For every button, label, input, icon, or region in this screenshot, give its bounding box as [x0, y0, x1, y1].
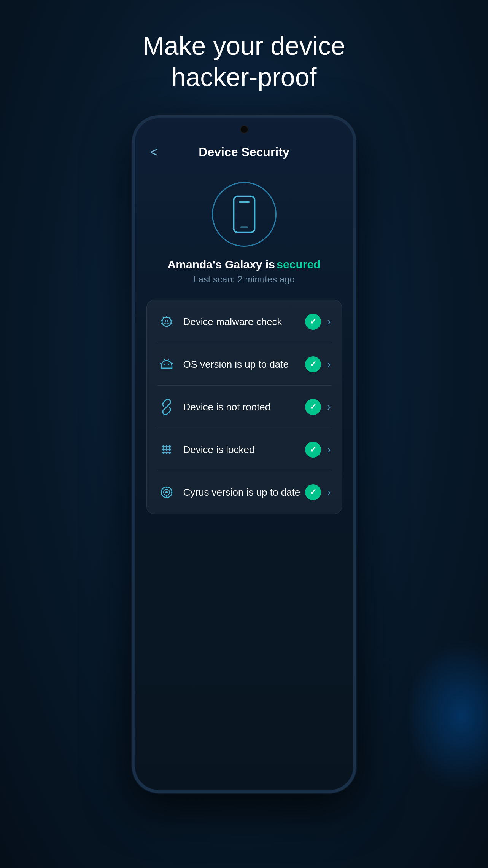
cyrus-check-status: ›: [305, 484, 331, 500]
svg-point-26: [168, 448, 171, 451]
svg-line-16: [168, 359, 169, 361]
svg-point-32: [165, 491, 168, 493]
background-decoration: [404, 640, 488, 792]
svg-line-6: [169, 317, 170, 318]
svg-point-23: [168, 445, 171, 448]
os-ok-icon: [305, 356, 321, 372]
malware-chevron[interactable]: ›: [327, 316, 331, 328]
svg-point-12: [167, 320, 168, 322]
svg-point-18: [168, 364, 169, 365]
check-lock[interactable]: Device is locked ›: [147, 428, 342, 471]
svg-line-10: [171, 323, 172, 324]
root-check-status: ›: [305, 399, 331, 415]
svg-point-24: [162, 448, 165, 451]
phone-mockup: < Device Security Amanda's Galaxy is se: [132, 115, 356, 793]
grid-icon: [157, 440, 176, 459]
device-icon-section: [135, 182, 353, 247]
last-scan-text: Last scan: 2 minutes ago: [150, 274, 338, 285]
check-root[interactable]: Device is not rooted ›: [147, 386, 342, 428]
svg-line-5: [163, 317, 164, 318]
os-chevron[interactable]: ›: [327, 358, 331, 370]
svg-point-11: [165, 320, 166, 322]
security-checks-card: Device malware check ›: [146, 300, 342, 514]
headline-line1: Make your device: [143, 31, 345, 60]
bug-icon: [157, 313, 176, 331]
camera-notch: [240, 125, 248, 134]
root-check-label: Device is not rooted: [183, 401, 305, 413]
cyrus-check-label: Cyrus version is up to date: [183, 487, 305, 498]
page-headline: Make your device hacker-proof: [143, 30, 345, 93]
lock-check-status: ›: [305, 442, 331, 458]
svg-rect-2: [240, 226, 248, 228]
os-check-status: ›: [305, 356, 331, 372]
svg-point-17: [164, 364, 165, 365]
svg-point-3: [162, 317, 171, 326]
cyrus-icon: [157, 483, 176, 501]
device-icon-circle: [212, 182, 277, 247]
phone-screen: < Device Security Amanda's Galaxy is se: [135, 118, 353, 790]
phone-frame: < Device Security Amanda's Galaxy is se: [132, 115, 356, 793]
lock-ok-icon: [305, 442, 321, 458]
svg-point-27: [162, 452, 165, 454]
headline-line2: hacker-proof: [172, 62, 317, 91]
phone-outline-icon: [229, 195, 259, 233]
svg-point-28: [165, 452, 168, 454]
check-malware[interactable]: Device malware check ›: [147, 300, 342, 343]
check-cyrus[interactable]: Cyrus version is up to date ›: [147, 471, 342, 514]
secured-word: secured: [277, 258, 320, 271]
cyrus-ok-icon: [305, 484, 321, 500]
device-status-line: Amanda's Galaxy is secured: [150, 258, 338, 271]
svg-point-29: [168, 452, 171, 454]
cyrus-chevron[interactable]: ›: [327, 486, 331, 498]
link-icon: [157, 398, 176, 416]
lock-chevron[interactable]: ›: [327, 444, 331, 456]
svg-point-22: [165, 445, 168, 448]
svg-line-20: [165, 405, 168, 408]
app-title: Device Security: [199, 145, 289, 159]
back-button[interactable]: <: [150, 144, 158, 160]
android-icon: [157, 355, 176, 373]
svg-line-15: [164, 359, 165, 361]
check-os[interactable]: OS version is up to date ›: [147, 343, 342, 386]
svg-point-25: [165, 448, 168, 451]
svg-point-21: [162, 445, 165, 448]
svg-rect-19: [161, 367, 172, 369]
malware-ok-icon: [305, 314, 321, 330]
device-name: Amanda's Galaxy is: [168, 258, 275, 271]
lock-check-label: Device is locked: [183, 444, 305, 456]
os-check-label: OS version is up to date: [183, 359, 305, 370]
svg-line-9: [161, 323, 162, 324]
root-chevron[interactable]: ›: [327, 401, 331, 413]
malware-check-status: ›: [305, 314, 331, 330]
malware-check-label: Device malware check: [183, 316, 305, 328]
root-ok-icon: [305, 399, 321, 415]
status-section: Amanda's Galaxy is secured Last scan: 2 …: [135, 258, 353, 285]
